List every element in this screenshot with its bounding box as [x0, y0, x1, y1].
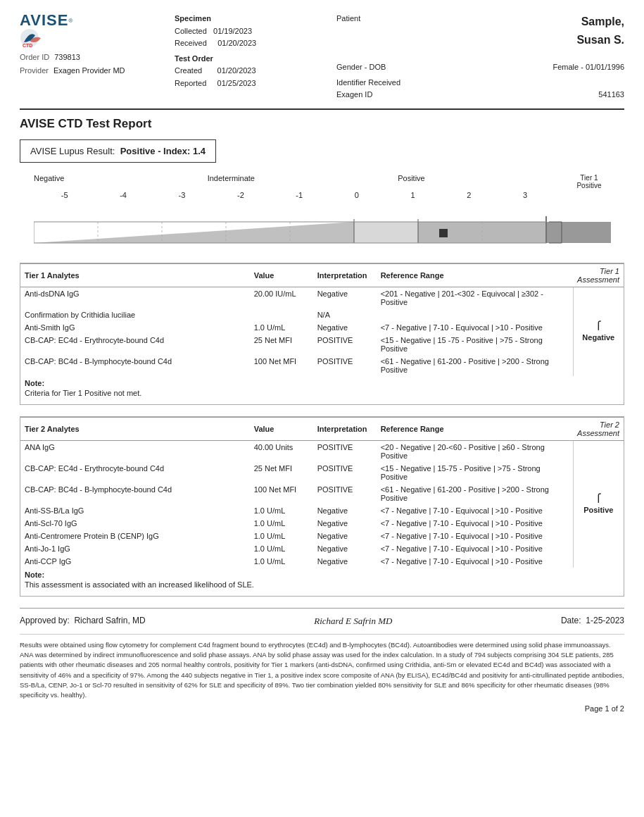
tier2-value-5: 1.0 U/mL — [250, 530, 313, 542]
tier2-table-wrapper: Tier 2 Analytes Value Interpretation Ref… — [20, 416, 624, 597]
identifier-label: Identifier Received — [336, 77, 400, 89]
tier2-interp-1: POSITIVE — [313, 462, 377, 483]
tier2-ref-4: <7 - Negative | 7-10 - Equivocal | >10 -… — [377, 517, 573, 530]
tier2-row-5: Anti-Centromere Protein B (CENP) IgG 1.0… — [20, 530, 624, 542]
tier2-row-2: CB-CAP: BC4d - B-lymphocyte-bound C4d 10… — [20, 483, 624, 504]
tier2-value-7: 1.0 U/mL — [250, 555, 313, 568]
tier2-note-text-row: This assessment is associated with an in… — [20, 579, 624, 596]
signature-date: Date: 1-25-2023 — [561, 616, 624, 625]
logo-reg: ® — [68, 18, 72, 24]
tier2-interp-6: Negative — [313, 542, 377, 555]
tier1-row-4: CB-CAP: BC4d - B-lymphocyte-bound C4d 10… — [20, 355, 624, 376]
tier1-table: Tier 1 Analytes Value Interpretation Ref… — [20, 263, 624, 404]
tier1-interp-0: Negative — [313, 287, 377, 308]
logo-box: AVISE ® — [20, 13, 72, 28]
exagen-id-label: Exagen ID — [336, 89, 372, 101]
signature-section: Approved by: Richard Safrin, MD Richard … — [20, 608, 624, 627]
tier2-row-3: Anti-SS-B/La IgG 1.0 U/mL Negative <7 - … — [20, 504, 624, 517]
tier2-analyte-2: CB-CAP: BC4d - B-lymphocyte-bound C4d — [20, 483, 250, 504]
scale-svg — [34, 202, 611, 250]
exagen-id-value: 541163 — [598, 89, 624, 101]
logo-text: AVISE — [20, 13, 68, 28]
date-label: Date: — [561, 616, 581, 625]
tier1-assessment-value: Negative — [582, 333, 614, 342]
tier1-ref-4: <61 - Negative | 61-200 - Positive | >20… — [377, 355, 573, 376]
tier2-col-reference: Reference Range — [377, 417, 573, 440]
lupus-result-value: Positive - Index: 1.4 — [120, 146, 206, 156]
svg-text:CTD: CTD — [23, 43, 32, 48]
tier2-table: Tier 2 Analytes Value Interpretation Ref… — [20, 417, 624, 596]
tier2-value-3: 1.0 U/mL — [250, 504, 313, 517]
test-order-title: Test Order — [175, 53, 315, 66]
tier2-col-value: Value — [250, 417, 313, 440]
tier2-interp-2: POSITIVE — [313, 483, 377, 504]
tier2-row-1: CB-CAP: EC4d - Erythrocyte-bound C4d 25 … — [20, 462, 624, 483]
tier2-analyte-4: Anti-Scl-70 IgG — [20, 517, 250, 530]
specimen-block: Specimen Collected 01/19/2023 Received 0… — [175, 13, 315, 90]
tier2-value-6: 1.0 U/mL — [250, 542, 313, 555]
tier2-note-row: Note: — [20, 568, 624, 579]
tier1-note-text: Criteria for Tier 1 Positive not met. — [20, 387, 624, 404]
tier1-ref-1 — [377, 308, 573, 321]
approved-by: Approved by: Richard Safrin, MD — [20, 616, 146, 625]
patient-block: Patient Sample, Susan S. Gender - DOB Fe… — [336, 13, 624, 101]
collected-value: 01/19/2023 — [213, 27, 252, 35]
created-value: 01/20/2023 — [217, 66, 256, 75]
tier1-value-2: 1.0 U/mL — [250, 321, 313, 334]
approved-name: Richard Safrin, MD — [74, 616, 145, 625]
collected-label: Collected — [175, 27, 207, 35]
tier2-analyte-1: CB-CAP: EC4d - Erythrocyte-bound C4d — [20, 462, 250, 483]
tier1-analyte-0: Anti-dsDNA IgG — [20, 287, 250, 308]
tier1-analyte-2: Anti-Smith IgG — [20, 321, 250, 334]
tier2-interp-0: POSITIVE — [313, 440, 377, 462]
tier2-ref-1: <15 - Negative | 15-75 - Positive | >75 … — [377, 462, 573, 483]
footer-text: Results were obtained using flow cytomet… — [20, 634, 624, 701]
tier1-value-3: 25 Net MFI — [250, 334, 313, 355]
tier1-interp-1: N/A — [313, 308, 377, 321]
tier2-analyte-3: Anti-SS-B/La IgG — [20, 504, 250, 517]
approved-label: Approved by: — [20, 616, 70, 625]
received-label: Received — [175, 39, 207, 47]
scale-labels: Negative Indeterminate Positive Tier 1Po… — [27, 174, 617, 189]
tier2-assessment-value: Positive — [583, 506, 613, 514]
order-info: Order ID 739813 Provider Exagen Provider… — [20, 51, 125, 77]
tier2-row-4: Anti-Scl-70 IgG 1.0 U/mL Negative <7 - N… — [20, 517, 624, 530]
order-id-value: 739813 — [54, 53, 80, 61]
tier2-value-4: 1.0 U/mL — [250, 517, 313, 530]
svg-rect-9 — [546, 222, 611, 243]
tier1-analyte-3: CB-CAP: EC4d - Erythrocyte-bound C4d — [20, 334, 250, 355]
scale-negative-label: Negative — [34, 174, 64, 189]
tier1-row-1: Confirmation by Crithidia luciliae N/A — [20, 308, 624, 321]
reported-value: 01/25/2023 — [217, 79, 256, 87]
tier1-interp-3: POSITIVE — [313, 334, 377, 355]
patient-title: Patient — [336, 13, 360, 25]
tier1-col-value: Value — [250, 263, 313, 287]
tier1-ref-2: <7 - Negative | 7-10 - Equivocal | >10 -… — [377, 321, 573, 334]
tier2-ref-2: <61 - Negative | 61-200 - Positive | >20… — [377, 483, 573, 504]
avise-logo-icon: CTD — [20, 28, 51, 48]
tier2-ref-7: <7 - Negative | 7-10 - Equivocal | >10 -… — [377, 555, 573, 568]
tier2-analyte-6: Anti-Jo-1 IgG — [20, 542, 250, 555]
scale-numbers: -5 -4 -3 -2 -1 0 1 2 3 — [27, 191, 562, 199]
tier2-analyte-5: Anti-Centromere Protein B (CENP) IgG — [20, 530, 250, 542]
tier2-col-analyte: Tier 2 Analytes — [20, 417, 250, 440]
tier1-value-4: 100 Net MFI — [250, 355, 313, 376]
tier1-col-reference: Reference Range — [377, 263, 573, 287]
tier2-analyte-0: ANA IgG — [20, 440, 250, 462]
tier2-assessment-cell: ⎧ Positive — [573, 440, 624, 568]
tier2-note-text: This assessment is associated with an in… — [20, 579, 624, 596]
received-value: 01/20/2023 — [217, 39, 256, 47]
header: AVISE ® CTD Order ID 739813 Provider Exa… — [20, 13, 624, 110]
tier1-row-3: CB-CAP: EC4d - Erythrocyte-bound C4d 25 … — [20, 334, 624, 355]
tier2-ref-6: <7 - Negative | 7-10 - Equivocal | >10 -… — [377, 542, 573, 555]
tier2-row-0: ANA IgG 40.00 Units POSITIVE <20 - Negat… — [20, 440, 624, 462]
tier2-value-1: 25 Net MFI — [250, 462, 313, 483]
lupus-result-box: AVISE Lupus Result: Positive - Index: 1.… — [20, 139, 216, 163]
tier1-analyte-1: Confirmation by Crithidia luciliae — [20, 308, 250, 321]
tier1-interp-4: POSITIVE — [313, 355, 377, 376]
tier2-value-2: 100 Net MFI — [250, 483, 313, 504]
svg-rect-7 — [354, 222, 418, 243]
tier2-ref-0: <20 - Negative | 20-<60 - Positive | ≥60… — [377, 440, 573, 462]
scale-indeterminate-label: Indeterminate — [208, 174, 255, 189]
tier1-note-row: Note: — [20, 376, 624, 387]
